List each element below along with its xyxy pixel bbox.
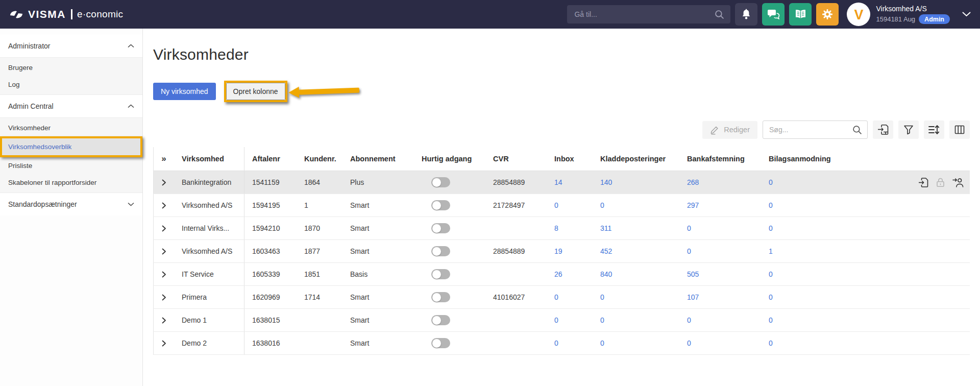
- expand-all-icon[interactable]: »: [154, 147, 174, 171]
- bankafstemning-link[interactable]: 505: [687, 270, 699, 278]
- lock-icon[interactable]: [936, 177, 945, 187]
- column-header-hurtig-adgang[interactable]: Hurtig adgang: [414, 147, 485, 171]
- column-header-kundenr[interactable]: Kundenr.: [297, 147, 342, 171]
- bankafstemning-link[interactable]: 0: [687, 316, 691, 324]
- annotation-arrow: [288, 85, 359, 99]
- sidebar-item-prisliste[interactable]: Prisliste: [0, 157, 142, 174]
- sidebar-item-skabeloner[interactable]: Skabeloner til rapportforsider: [0, 174, 142, 191]
- notifications-button[interactable]: [735, 3, 757, 26]
- kladdeposteringer-link[interactable]: 452: [600, 247, 612, 255]
- table-row[interactable]: Internal Virks...15942101870Smart831100: [153, 217, 970, 240]
- table-row[interactable]: Demo 11638015Smart0000: [153, 309, 970, 332]
- global-search[interactable]: [567, 5, 730, 23]
- hurtig-adgang-toggle[interactable]: [431, 223, 450, 233]
- bilagsanmodning-link[interactable]: 0: [769, 201, 773, 209]
- table-row[interactable]: Virksomhed A/S15941951Smart2172849700297…: [153, 194, 970, 217]
- kladdeposteringer-link[interactable]: 311: [600, 224, 611, 232]
- sidebar-item-log[interactable]: Log: [0, 76, 142, 93]
- create-column-button[interactable]: Opret kolonne: [226, 83, 285, 100]
- column-header-abonnement[interactable]: Abonnement: [342, 147, 414, 171]
- table-row[interactable]: Virksomhed A/S16034631877Smart2885488919…: [153, 240, 970, 263]
- chat-button[interactable]: [762, 3, 785, 26]
- sidebar-item-virksomheder[interactable]: Virksomheder: [0, 119, 142, 136]
- sidebar: Administrator Brugere Log Admin Central …: [0, 29, 143, 386]
- table-search-input[interactable]: [768, 125, 852, 134]
- row-expand-chevron-icon[interactable]: [154, 332, 174, 354]
- edit-button[interactable]: Rediger: [702, 121, 757, 139]
- column-header-virksomhed[interactable]: Virksomhed: [174, 147, 244, 171]
- row-expand-chevron-icon[interactable]: [154, 194, 174, 216]
- table-search[interactable]: [763, 120, 868, 139]
- column-header-inbox[interactable]: Inbox: [547, 147, 593, 171]
- inbox-link[interactable]: 0: [554, 201, 558, 209]
- hurtig-adgang-toggle[interactable]: [431, 292, 450, 302]
- filter-button[interactable]: [898, 120, 919, 139]
- bilagsanmodning-link[interactable]: 0: [769, 316, 773, 324]
- bilagsanmodning-link[interactable]: 0: [769, 270, 773, 278]
- bilagsanmodning-link[interactable]: 0: [769, 224, 773, 232]
- inbox-link[interactable]: 26: [554, 270, 562, 278]
- sidebar-group-standardopsaetninger[interactable]: Standardopsætninger: [0, 193, 142, 215]
- handbook-button[interactable]: [789, 3, 812, 26]
- bilagsanmodning-link[interactable]: 0: [769, 178, 773, 186]
- abonnement-cell: Plus: [342, 171, 414, 194]
- sidebar-item-brugere[interactable]: Brugere: [0, 59, 142, 76]
- table-row[interactable]: Primera16209691714Smart41016027001070: [153, 286, 970, 309]
- sidebar-item-virksomhedsoverblik[interactable]: Virksomhedsoverblik: [0, 136, 142, 157]
- columns-button[interactable]: [949, 120, 970, 139]
- row-expand-chevron-icon[interactable]: [154, 309, 174, 331]
- inbox-link[interactable]: 0: [554, 293, 558, 301]
- user-menu-chevron-down-icon[interactable]: [962, 12, 971, 17]
- hurtig-adgang-toggle[interactable]: [431, 177, 450, 187]
- open-agreement-icon[interactable]: [918, 177, 928, 188]
- company-name-cell: Bankintegration: [174, 171, 244, 194]
- sidebar-group-admin-central[interactable]: Admin Central: [0, 95, 142, 117]
- row-expand-chevron-icon[interactable]: [154, 286, 174, 308]
- table-row[interactable]: Demo 21638016Smart0000: [153, 332, 970, 355]
- bankafstemning-link[interactable]: 297: [687, 201, 699, 209]
- table-row[interactable]: Bankintegration15411591864Plus2885488914…: [153, 171, 970, 194]
- hurtig-adgang-toggle[interactable]: [431, 269, 450, 279]
- export-button[interactable]: [873, 120, 893, 139]
- bilagsanmodning-link[interactable]: 0: [769, 339, 773, 347]
- bankafstemning-link[interactable]: 107: [687, 293, 699, 301]
- bankafstemning-link[interactable]: 0: [687, 339, 691, 347]
- kladdeposteringer-link[interactable]: 0: [600, 316, 604, 324]
- bankafstemning-link[interactable]: 0: [687, 224, 691, 232]
- row-height-button[interactable]: [924, 120, 944, 139]
- bilagsanmodning-link[interactable]: 1: [769, 247, 773, 255]
- new-company-button[interactable]: Ny virksomhed: [153, 83, 216, 100]
- row-expand-chevron-icon[interactable]: [154, 263, 174, 285]
- kladdeposteringer-link[interactable]: 0: [600, 201, 604, 209]
- inbox-link[interactable]: 0: [554, 339, 558, 347]
- column-header-cvr[interactable]: CVR: [485, 147, 547, 171]
- row-expand-chevron-icon[interactable]: [154, 240, 174, 262]
- global-search-input[interactable]: [573, 10, 715, 19]
- kladdeposteringer-link[interactable]: 840: [600, 270, 612, 278]
- column-header-aftalenr[interactable]: Aftalenr: [244, 147, 297, 171]
- inbox-link[interactable]: 19: [554, 247, 562, 255]
- switch-user-icon[interactable]: [952, 177, 964, 187]
- bankafstemning-link[interactable]: 0: [687, 247, 691, 255]
- sidebar-group-administrator[interactable]: Administrator: [0, 35, 142, 57]
- column-header-kladdeposteringer[interactable]: Kladdeposteringer: [593, 147, 679, 171]
- hurtig-adgang-toggle[interactable]: [431, 315, 450, 325]
- hurtig-adgang-toggle[interactable]: [431, 338, 450, 348]
- hurtig-adgang-toggle[interactable]: [431, 200, 450, 210]
- inbox-link[interactable]: 14: [554, 178, 562, 186]
- kladdeposteringer-link[interactable]: 0: [600, 339, 604, 347]
- column-header-bankafstemning[interactable]: Bankafstemning: [679, 147, 761, 171]
- column-header-bilagsanmodning[interactable]: Bilagsanmodning: [761, 147, 843, 171]
- bankafstemning-link[interactable]: 268: [687, 178, 699, 186]
- inbox-link[interactable]: 0: [554, 316, 558, 324]
- row-expand-chevron-icon[interactable]: [154, 217, 174, 239]
- hurtig-adgang-toggle[interactable]: [431, 246, 450, 256]
- inbox-link[interactable]: 8: [554, 224, 558, 232]
- bilagsanmodning-link[interactable]: 0: [769, 293, 773, 301]
- user-menu[interactable]: V Virksomhed A/S 1594181 Aug Admin: [847, 3, 950, 26]
- kladdeposteringer-link[interactable]: 0: [600, 293, 604, 301]
- table-row[interactable]: IT Service16053391851Basis268405050: [153, 263, 970, 286]
- settings-button[interactable]: [816, 3, 839, 26]
- kladdeposteringer-link[interactable]: 140: [600, 178, 612, 186]
- row-expand-chevron-icon[interactable]: [154, 171, 174, 194]
